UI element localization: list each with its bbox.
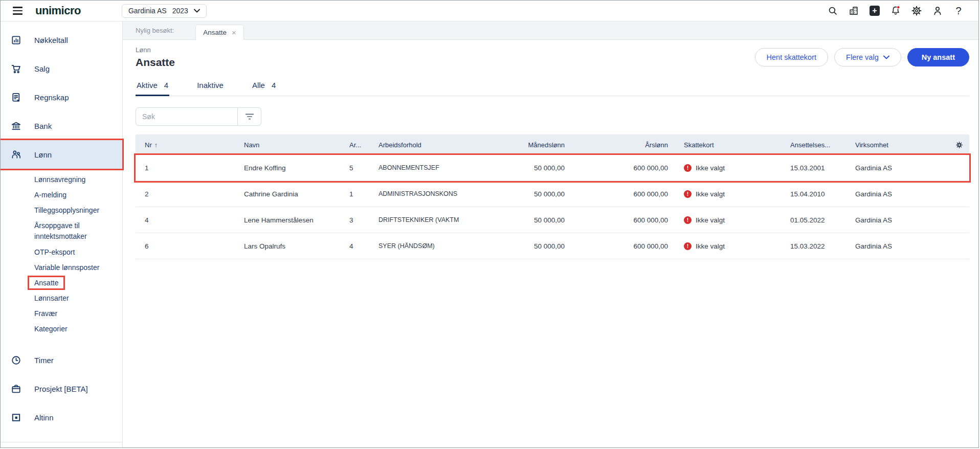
col-arslonn[interactable]: Årslønn bbox=[565, 141, 684, 149]
table-row[interactable]: 4 Lene Hammerstålesen 3 DRIFTSTEKNIKER (… bbox=[136, 207, 969, 233]
topbar: unimicro Gardinia AS 2023 + bbox=[1, 1, 978, 21]
notifications-icon[interactable] bbox=[890, 5, 901, 16]
cell-nr: 6 bbox=[136, 242, 244, 250]
cell-arslonn: 600 000,00 bbox=[565, 190, 684, 198]
tab-count: 4 bbox=[272, 81, 276, 89]
bar-chart-icon bbox=[10, 34, 22, 46]
col-ansettelses[interactable]: Ansettelses... bbox=[790, 141, 855, 149]
recent-tabstrip: Nylig besøkt: Ansatte × bbox=[123, 21, 978, 40]
filter-button[interactable] bbox=[238, 107, 261, 126]
table-header: Nr↑ Navn Ar... Arbeidsforhold Månedslønn… bbox=[136, 134, 969, 155]
profile-icon[interactable] bbox=[932, 5, 943, 16]
sidebar-item-altinn[interactable]: Altinn bbox=[1, 403, 122, 432]
annotation-box: Ansatte bbox=[29, 277, 63, 288]
cell-arbeidsforhold: ADMINISTRASJONSKONS bbox=[378, 190, 481, 197]
cell-navn: Cathrine Gardinia bbox=[244, 190, 349, 198]
cell-manedslonn: 50 000,00 bbox=[481, 164, 565, 172]
col-arbeidsforhold[interactable]: Arbeidsforhold bbox=[378, 141, 481, 149]
tab-aktive[interactable]: Aktive 4 bbox=[136, 77, 169, 96]
alert-icon: ! bbox=[684, 164, 692, 172]
cell-manedslonn: 50 000,00 bbox=[481, 190, 565, 198]
cell-navn: Endre Koffing bbox=[244, 164, 349, 172]
recent-tab-ansatte[interactable]: Ansatte × bbox=[195, 25, 244, 40]
sidebar-subitem-lonnsavregning[interactable]: Lønnsavregning bbox=[34, 172, 122, 187]
table-row[interactable]: 2 Cathrine Gardinia 1 ADMINISTRASJONSKON… bbox=[136, 181, 969, 207]
sidebar-item-label: Bank bbox=[34, 122, 52, 130]
hamburger-menu-icon[interactable] bbox=[13, 5, 24, 16]
column-settings-icon[interactable] bbox=[955, 141, 969, 149]
recent-label: Nylig besøkt: bbox=[136, 27, 174, 34]
app-logo: unimicro bbox=[35, 4, 81, 17]
sidebar-subitem-ansatte[interactable]: Ansatte bbox=[34, 275, 122, 290]
sidebar-subitem-otp-eksport[interactable]: OTP-eksport bbox=[34, 244, 122, 260]
cell-arslonn: 600 000,00 bbox=[565, 164, 684, 172]
tab-count: 4 bbox=[164, 81, 168, 89]
company-selector[interactable]: Gardinia AS 2023 bbox=[122, 4, 207, 18]
sidebar-item-timer[interactable]: Timer bbox=[1, 346, 122, 374]
page-title: Ansatte bbox=[136, 56, 175, 69]
page-overline: Lønn bbox=[136, 46, 175, 54]
topbar-left: unimicro Gardinia AS 2023 bbox=[1, 4, 207, 18]
chevron-down-icon bbox=[194, 9, 200, 13]
col-skattekort[interactable]: Skattekort bbox=[684, 141, 790, 149]
clock-icon bbox=[10, 354, 22, 366]
cell-navn: Lene Hammerstålesen bbox=[244, 216, 349, 224]
sidebar-subitem-tilleggsopplysninger[interactable]: Tilleggsopplysninger bbox=[34, 203, 122, 218]
companies-icon[interactable] bbox=[848, 5, 859, 16]
sidebar-item-label: Timer bbox=[34, 356, 54, 365]
flere-valg-button[interactable]: Flere valg bbox=[834, 48, 901, 66]
cell-nr: 1 bbox=[136, 164, 244, 172]
sidebar-item-label: Salg bbox=[34, 64, 50, 73]
cell-arbeidsforhold: DRIFTSTEKNIKER (VAKTM bbox=[378, 216, 481, 223]
sidebar-item-prosjekt[interactable]: Prosjekt [BETA] bbox=[1, 374, 122, 403]
tab-alle[interactable]: Alle 4 bbox=[251, 77, 277, 96]
cell-virksomhet: Gardinia AS bbox=[855, 190, 955, 198]
cell-arslonn: 600 000,00 bbox=[565, 242, 684, 250]
cell-arbeidsforhold: SYER (HÅNDSØM) bbox=[378, 242, 481, 250]
col-virksomhet[interactable]: Virksomhet bbox=[855, 141, 955, 149]
cell-ar: 5 bbox=[349, 164, 378, 172]
table-row[interactable]: 1 Endre Koffing 5 ABONNEMENTSJEF 50 000,… bbox=[136, 155, 969, 181]
lonn-submenu: Lønnsavregning A-melding Tilleggsopplysn… bbox=[1, 169, 122, 340]
help-icon[interactable]: ? bbox=[953, 5, 964, 16]
alert-icon: ! bbox=[684, 190, 692, 198]
sidebar-item-nokkeltall[interactable]: Nøkkeltall bbox=[1, 26, 122, 54]
col-manedslonn[interactable]: Månedslønn bbox=[481, 141, 565, 149]
search-icon[interactable] bbox=[827, 5, 838, 16]
alert-icon: ! bbox=[684, 242, 692, 250]
add-icon[interactable]: + bbox=[869, 5, 880, 16]
tab-inaktive[interactable]: Inaktive bbox=[196, 77, 225, 96]
table-row[interactable]: 6 Lars Opalrufs 4 SYER (HÅNDSØM) 50 000,… bbox=[136, 233, 969, 259]
sidebar-item-regnskap[interactable]: Regnskap bbox=[1, 83, 122, 111]
ny-ansatt-button[interactable]: Ny ansatt bbox=[907, 48, 969, 66]
sidebar-item-label: Prosjekt [BETA] bbox=[34, 385, 88, 393]
briefcase-icon bbox=[10, 383, 22, 395]
cell-ansettelses: 15.03.2022 bbox=[790, 242, 855, 250]
cell-skattekort: ! Ikke valgt bbox=[684, 242, 790, 250]
bank-icon bbox=[10, 120, 22, 132]
page-titles: Lønn Ansatte bbox=[136, 46, 175, 69]
cell-manedslonn: 50 000,00 bbox=[481, 216, 565, 224]
sidebar-item-lonn[interactable]: Lønn bbox=[1, 140, 122, 169]
cell-virksomhet: Gardinia AS bbox=[855, 242, 955, 250]
close-icon[interactable]: × bbox=[232, 29, 236, 36]
sidebar-subitem-a-melding[interactable]: A-melding bbox=[34, 187, 122, 203]
settings-icon[interactable] bbox=[911, 5, 922, 16]
filter-icon bbox=[244, 112, 255, 121]
search-input[interactable] bbox=[136, 107, 238, 126]
alert-icon: ! bbox=[684, 216, 692, 224]
sidebar-item-bank[interactable]: Bank bbox=[1, 111, 122, 140]
sidebar-subitem-arsoppgave[interactable]: Årsoppgave til inntektsmottaker bbox=[34, 218, 122, 244]
sidebar-subitem-variable-lonnsposter[interactable]: Variable lønnsposter bbox=[34, 260, 122, 275]
hent-skattekort-button[interactable]: Hent skattekort bbox=[755, 48, 829, 66]
sidebar-subitem-fravaer[interactable]: Fravær bbox=[34, 306, 122, 321]
topbar-icons: + ? bbox=[827, 5, 964, 16]
col-navn[interactable]: Navn bbox=[244, 141, 349, 149]
cell-navn: Lars Opalrufs bbox=[244, 242, 349, 250]
col-nr[interactable]: Nr↑ bbox=[136, 141, 244, 149]
sidebar-divider bbox=[1, 442, 122, 442]
col-ar[interactable]: Ar... bbox=[349, 141, 378, 149]
sidebar-item-salg[interactable]: Salg bbox=[1, 54, 122, 83]
sidebar-subitem-lonnsarter[interactable]: Lønnsarter bbox=[34, 290, 122, 306]
sidebar-subitem-kategorier[interactable]: Kategorier bbox=[34, 321, 122, 336]
